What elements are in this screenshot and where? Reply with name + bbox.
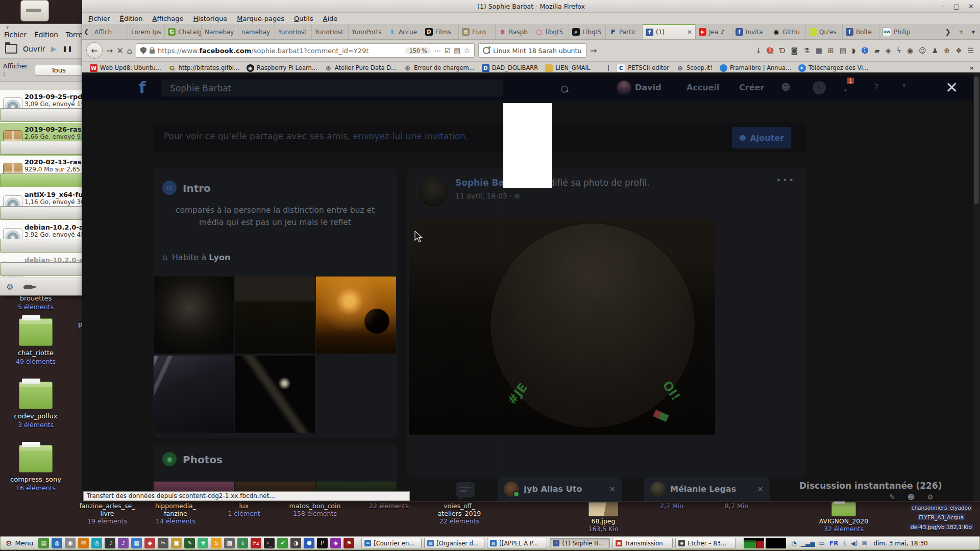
browser-tab[interactable]: ₣ Partic <box>606 24 643 39</box>
torrent-row[interactable]: 2019-09-25-rpd-x 3,09 Go, envoyé 15 Part… <box>0 90 85 123</box>
open-button[interactable]: Ouvrir <box>23 45 45 53</box>
menu-item[interactable]: Marque-pages <box>237 15 284 22</box>
menu-item[interactable]: Édition <box>120 15 143 22</box>
instant-chat-title[interactable]: Discussion instantanée (226) <box>799 481 942 491</box>
torrent-row[interactable]: debian-10.2.0-an 3,92 Go, envoyé 45 Part… <box>0 221 85 254</box>
menu-item[interactable]: Fichier <box>4 31 27 39</box>
launcher-icon[interactable]: ✉ <box>78 538 89 548</box>
lock-icon[interactable] <box>150 49 155 54</box>
browser-tab[interactable]: Affich <box>91 24 128 39</box>
photo-thumbnail[interactable] <box>316 277 396 354</box>
extension-icon[interactable]: ▦ <box>816 46 822 55</box>
scroll-tabs-left-icon[interactable]: ❮ <box>84 28 89 35</box>
browser-tab[interactable]: f Boîte <box>843 24 879 39</box>
people-icon[interactable]: ☻ <box>908 493 915 501</box>
tracking-shield-icon[interactable] <box>140 47 146 54</box>
desktop-item[interactable]: matos_bon_coin158 éléments <box>279 502 351 517</box>
launcher-icon[interactable]: ☽ <box>105 538 115 548</box>
bookmark-star-icon[interactable]: ☆ <box>463 46 470 55</box>
desktop-item[interactable]: 8,7 Mio <box>705 502 768 510</box>
launcher-icon[interactable]: ▦ <box>131 538 142 548</box>
stop-button[interactable]: ✕ <box>116 46 123 56</box>
launcher-icon[interactable]: S <box>211 538 222 548</box>
facebook-search-input[interactable]: Sophie Barbat <box>162 80 503 96</box>
browser-tab[interactable]: D Films <box>422 24 459 39</box>
search-query[interactable]: Linux Mint 18 Sarah ubuntu <box>493 47 581 55</box>
keyboard-layout-indicator[interactable]: FR <box>829 540 838 547</box>
launcher-icon[interactable]: P <box>317 538 328 548</box>
extension-icon[interactable]: ⊕ <box>944 46 950 55</box>
tray-icon[interactable]: ▁▃▅ <box>801 540 815 547</box>
extension-icon[interactable]: ϟ <box>897 46 901 55</box>
close-button[interactable]: ✕ <box>968 3 974 10</box>
chat-tab[interactable]: Mélanie Legas ✕ <box>644 477 770 501</box>
launcher-icon[interactable]: ◑ <box>290 538 301 548</box>
chat-close-icon[interactable]: ✕ <box>757 485 764 494</box>
tray-icon[interactable]: ◔ <box>791 540 796 547</box>
clock[interactable]: dim. 3 mai, 18:30 <box>873 540 927 547</box>
bookmark-item[interactable]: ⊕ Erreur de chargem... <box>400 64 478 72</box>
facebook-logo[interactable]: f <box>139 78 146 96</box>
browser-tab[interactable]: f (1) ✕ <box>643 24 696 39</box>
settings-gear-icon[interactable]: ⚙ <box>927 493 934 501</box>
nav-home[interactable]: Accueil <box>687 83 720 92</box>
browser-tab[interactable]: Lorem Ips <box>128 24 165 39</box>
desktop-item[interactable]: fanzine_arles_se_livre19 éléments <box>76 502 139 525</box>
launcher-icon[interactable]: ◉ <box>65 538 76 548</box>
chat-bubble-icon[interactable] <box>456 482 475 497</box>
taskbar-window-button[interactable]: ◉ Etcher – 83... <box>675 538 736 548</box>
extension-icon[interactable]: ♟ <box>932 46 939 55</box>
bookmark-item[interactable]: C PETSCII editor <box>613 64 673 72</box>
extension-icon[interactable]: ▰ <box>874 46 880 55</box>
desktop-item[interactable]: 22 éléments <box>357 502 421 510</box>
turtle-speed-icon[interactable] <box>23 285 33 289</box>
search-go-icon[interactable]: → <box>590 46 597 56</box>
post-timestamp[interactable]: 11 avril, 16:05 · ⊕ <box>455 192 520 200</box>
scrollbar[interactable] <box>973 72 980 501</box>
launcher-icon[interactable]: ▩ <box>224 538 235 548</box>
system-monitor-graph[interactable] <box>744 538 764 548</box>
extension-icon[interactable]: ❖ <box>955 46 962 55</box>
extension-icon[interactable]: ◗ <box>852 46 855 55</box>
launcher-icon[interactable]: ◈ <box>330 538 341 548</box>
torrent-row[interactable]: 2019-09-26-raspb 2,66 Go, envoyé 93 Part… <box>0 123 85 156</box>
open-torrent-icon[interactable] <box>5 44 17 54</box>
browser-tab[interactable]: YunoHost <box>275 24 312 39</box>
menu-item[interactable]: Aide <box>323 15 338 22</box>
taskbar-window-button[interactable]: f (1) Sophie B... <box>550 538 610 548</box>
profile-photo-large[interactable]: #JE OI! <box>409 218 715 435</box>
scrollbar-thumb[interactable] <box>974 77 979 204</box>
forward-button[interactable]: → <box>106 46 113 56</box>
launcher-icon[interactable]: Fz <box>251 538 261 548</box>
browser-tab[interactable]: f Invita <box>732 24 769 39</box>
launcher-icon[interactable]: ↓ <box>237 538 248 548</box>
desktop-item[interactable]: lux1 élément <box>212 502 276 517</box>
browser-tab[interactable]: ❋ Raspb <box>496 24 532 39</box>
back-button[interactable]: ← <box>86 42 103 59</box>
protections-icon[interactable]: ☑ <box>445 46 451 55</box>
desktop-item[interactable]: 2,7 Mio <box>640 502 703 510</box>
nav-profile[interactable]: David <box>635 83 661 92</box>
tab-audio-icon[interactable]: ♪ <box>721 29 724 35</box>
system-monitor-panel[interactable] <box>766 538 786 548</box>
menu-item[interactable]: Édition <box>34 31 58 39</box>
help-icon[interactable]: ? <box>874 82 879 92</box>
launcher-icon[interactable]: ▤ <box>38 538 49 548</box>
launcher-icon[interactable]: ◍ <box>52 538 62 548</box>
bookmark-item[interactable]: Framalibre | Annua... <box>716 64 795 72</box>
tray-icon[interactable]: ◀) <box>850 540 857 547</box>
taskbar-window-button[interactable]: ✉ [Courrier en... <box>361 538 422 548</box>
post-more-icon[interactable]: ••• <box>776 176 795 185</box>
compose-icon[interactable]: ✎ <box>889 493 895 501</box>
bookmark-item[interactable]: ▶ Téléchargez des Vi... <box>795 64 872 72</box>
bookmark-item[interactable]: G http://bitrates.gifbi... <box>165 64 243 72</box>
extension-icon[interactable]: ↓ <box>755 46 762 55</box>
menu-item[interactable]: Historique <box>193 15 228 22</box>
bookmark-item[interactable]: D DAD_DOLIBARR <box>478 64 542 72</box>
chat-close-icon[interactable]: ✕ <box>609 485 616 494</box>
url-bar[interactable]: https://www.facebook.com/sophie.barbat1?… <box>136 43 475 58</box>
search-bar[interactable]: Linux Mint 18 Sarah ubuntu <box>478 43 586 58</box>
desktop-item[interactable]: chansonniers_elyadooFLYER_A3_Acquade-43.… <box>902 502 980 531</box>
extension-icon[interactable]: ◈ <box>886 46 891 55</box>
page-actions-icon[interactable]: ⋯ <box>434 46 442 55</box>
